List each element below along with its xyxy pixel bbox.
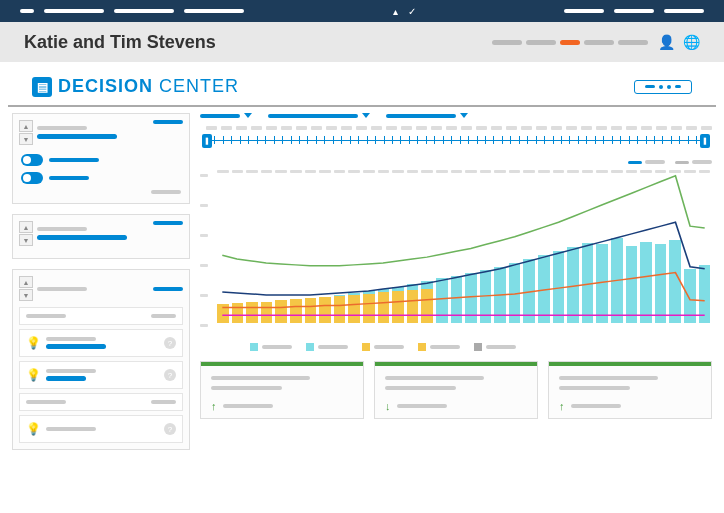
panel-footnote xyxy=(151,190,181,194)
legend-item xyxy=(675,160,712,164)
card-subtitle xyxy=(559,386,630,390)
page-header: Katie and Tim Stevens 👤 🌐 xyxy=(0,22,724,62)
topbar-item[interactable] xyxy=(664,9,704,13)
item-label xyxy=(46,427,96,431)
nav-tab-active[interactable] xyxy=(560,40,580,45)
item-label xyxy=(26,400,66,404)
panel-link[interactable] xyxy=(37,235,127,240)
chevron-up-icon[interactable]: ▲ xyxy=(19,276,33,288)
topbar-item[interactable] xyxy=(44,9,104,13)
chart-legend-bottom xyxy=(200,343,712,351)
summary-card[interactable]: ↑ xyxy=(200,361,364,419)
item-link[interactable] xyxy=(46,344,106,349)
panel-action[interactable] xyxy=(153,221,183,225)
lightbulb-icon: 💡 xyxy=(26,336,40,350)
help-icon[interactable]: ? xyxy=(164,423,176,435)
panel-link[interactable] xyxy=(37,134,117,139)
filter-label xyxy=(386,114,456,118)
sidebar-panel-1: ▲ ▼ xyxy=(12,113,190,204)
brand-logo: ▤ xyxy=(32,77,52,97)
main-content: ❚ ❚ ↑↓↑ xyxy=(200,113,712,450)
filter-label xyxy=(200,114,240,118)
slider-handle-right[interactable]: ❚ xyxy=(700,134,710,148)
sidebar-panel-3: ▲ ▼ 💡 ? 💡 xyxy=(12,269,190,450)
page-title: DECISION CENTER xyxy=(58,76,239,97)
filter-dropdown-1[interactable] xyxy=(200,113,252,118)
chevron-up-icon[interactable]: ▲ xyxy=(19,221,33,233)
help-icon[interactable]: ? xyxy=(164,369,176,381)
nav-tab[interactable] xyxy=(584,40,614,45)
client-name: Katie and Tim Stevens xyxy=(24,32,216,53)
chart-y-axis xyxy=(200,168,208,333)
summary-card[interactable]: ↓ xyxy=(374,361,538,419)
panel-label xyxy=(37,287,87,291)
filter-bar xyxy=(200,113,712,118)
panel-action[interactable] xyxy=(153,287,183,291)
item-value xyxy=(151,314,176,318)
list-item[interactable]: 💡 ? xyxy=(19,329,183,357)
title-row: ▤ DECISION CENTER xyxy=(8,62,716,107)
chart-legend-top xyxy=(200,160,712,164)
chevron-down-icon xyxy=(362,113,370,118)
chevron-down-icon[interactable]: ▼ xyxy=(19,133,33,145)
topbar-item[interactable] xyxy=(614,9,654,13)
chevron-down-icon[interactable]: ▼ xyxy=(19,234,33,246)
item-value xyxy=(151,400,176,404)
slider-handle-left[interactable]: ❚ xyxy=(202,134,212,148)
nav-tab[interactable] xyxy=(526,40,556,45)
filter-dropdown-3[interactable] xyxy=(386,113,468,118)
trend-up-icon: ↑ xyxy=(211,400,217,412)
card-subtitle xyxy=(211,386,282,390)
check-badge-icon[interactable]: ✓ xyxy=(408,6,416,17)
legend-item xyxy=(250,343,292,351)
list-item[interactable]: 💡 ? xyxy=(19,415,183,443)
toggle-1[interactable] xyxy=(21,154,43,166)
legend-item xyxy=(628,160,665,164)
sidebar-panel-2: ▲ ▼ xyxy=(12,214,190,259)
panel-label xyxy=(37,126,87,130)
chevron-down-icon[interactable]: ▼ xyxy=(19,289,33,301)
app-topbar: ▴ ✓ xyxy=(0,0,724,22)
item-link[interactable] xyxy=(46,376,86,381)
filter-label xyxy=(268,114,358,118)
timeline-labels xyxy=(200,126,712,130)
summary-card[interactable]: ↑ xyxy=(548,361,712,419)
item-label xyxy=(26,314,66,318)
filter-dropdown-2[interactable] xyxy=(268,113,370,118)
list-item[interactable] xyxy=(19,393,183,411)
topbar-item[interactable] xyxy=(114,9,174,13)
action-button[interactable] xyxy=(634,80,692,94)
topbar-item[interactable] xyxy=(564,9,604,13)
nav-tab[interactable] xyxy=(618,40,648,45)
legend-item xyxy=(474,343,516,351)
card-value xyxy=(223,404,273,408)
card-title xyxy=(211,376,310,380)
help-icon[interactable]: ? xyxy=(164,337,176,349)
list-item[interactable] xyxy=(19,307,183,325)
list-item[interactable]: 💡 ? xyxy=(19,361,183,389)
item-label xyxy=(46,369,96,373)
lightbulb-icon: 💡 xyxy=(26,368,40,382)
nav-tab[interactable] xyxy=(492,40,522,45)
chevron-up-icon[interactable]: ▲ xyxy=(19,120,33,132)
legend-item xyxy=(306,343,348,351)
sidebar: ▲ ▼ xyxy=(12,113,190,450)
toggle-2[interactable] xyxy=(21,172,43,184)
panel-action[interactable] xyxy=(153,120,183,124)
toggle-label xyxy=(49,158,99,162)
range-slider[interactable]: ❚ ❚ xyxy=(200,132,712,156)
globe-icon[interactable]: 🌐 xyxy=(683,34,700,50)
topbar-item[interactable] xyxy=(184,9,244,13)
legend-item xyxy=(362,343,404,351)
card-title xyxy=(385,376,484,380)
trend-down-icon: ↓ xyxy=(385,400,391,412)
user-icon[interactable]: 👤 xyxy=(658,34,675,50)
card-value xyxy=(397,404,447,408)
bell-icon[interactable]: ▴ xyxy=(393,6,398,17)
card-subtitle xyxy=(385,386,456,390)
chart-bars xyxy=(215,168,712,323)
trend-up-icon: ↑ xyxy=(559,400,565,412)
toggle-label xyxy=(49,176,89,180)
lightbulb-icon: 💡 xyxy=(26,422,40,436)
topbar-dot xyxy=(20,9,34,13)
